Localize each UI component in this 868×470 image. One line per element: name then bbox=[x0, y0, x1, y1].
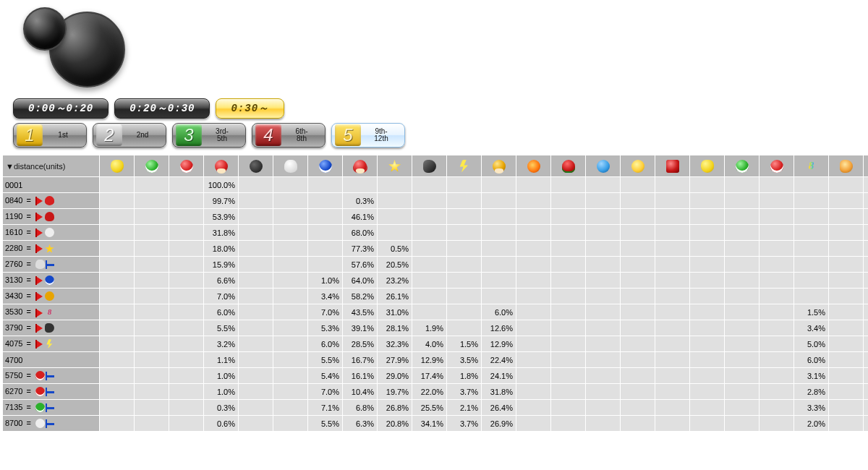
mini-gshell3-icon bbox=[35, 403, 45, 412]
cell-gshell bbox=[135, 416, 169, 432]
place-tab-number: 3 bbox=[176, 124, 202, 146]
cell-gshell3 bbox=[725, 193, 760, 209]
cell-bomb bbox=[239, 384, 273, 400]
cell-rshell bbox=[169, 257, 204, 273]
cell-bshell: 7.1% bbox=[308, 400, 343, 416]
place-tab-row: 11st22nd33rd-5th46th-8th59th-12th bbox=[13, 123, 855, 148]
cell-piranha bbox=[551, 352, 586, 368]
time-tab-0[interactable]: 0:00～0:20 bbox=[13, 98, 109, 119]
mini-rshell3-icon bbox=[35, 371, 45, 380]
row-distance: 3790 = bbox=[3, 320, 100, 336]
cell-bloop bbox=[273, 384, 308, 400]
cell-coin bbox=[621, 273, 655, 289]
cell-fire bbox=[516, 336, 551, 352]
cell-piranha bbox=[551, 304, 586, 320]
cell-horn bbox=[829, 225, 864, 241]
cell-mush: 6.0% bbox=[204, 304, 239, 320]
cell-horn bbox=[829, 257, 864, 273]
cell-eight bbox=[794, 257, 829, 273]
place-tab-1[interactable]: 11st bbox=[13, 123, 87, 148]
cell-bill: 1.9% bbox=[412, 320, 447, 336]
bullet-bill-icon bbox=[423, 160, 436, 173]
fire-flower-icon bbox=[527, 160, 540, 173]
cell-piranha bbox=[551, 225, 586, 241]
cell-banana3 bbox=[690, 368, 725, 384]
cell-rshell3 bbox=[760, 400, 794, 416]
place-tab-4[interactable]: 46th-8th bbox=[252, 123, 326, 148]
cell-rshell bbox=[169, 225, 204, 241]
cell-eight: 3.3% bbox=[794, 400, 829, 416]
col-gshell3 bbox=[725, 155, 760, 177]
cell-bolt: 1.5% bbox=[447, 336, 482, 352]
col-boom bbox=[586, 155, 621, 177]
mini-rshell-icon bbox=[35, 387, 45, 396]
cell-bomb bbox=[239, 225, 273, 241]
place-tab-5[interactable]: 59th-12th bbox=[331, 123, 405, 148]
cell-fire bbox=[516, 400, 551, 416]
col-rshell bbox=[169, 155, 204, 177]
cell-boo: 4.2% bbox=[864, 241, 869, 257]
cell-rshell bbox=[169, 177, 204, 193]
cell-coin bbox=[621, 336, 655, 352]
table-row: 8700 = 0.6%5.5%6.3%20.8%34.1%3.7%26.9%2.… bbox=[3, 416, 869, 432]
flag-icon bbox=[35, 325, 44, 332]
cell-gmush: 12.6% bbox=[482, 320, 516, 336]
cell-bshell: 7.0% bbox=[308, 304, 343, 320]
cell-bloop bbox=[273, 257, 308, 273]
row-distance: 2760 = bbox=[3, 257, 100, 273]
cell-gmush bbox=[482, 209, 516, 225]
cell-rshell3 bbox=[760, 368, 794, 384]
cell-banana bbox=[100, 193, 135, 209]
cell-block bbox=[655, 289, 690, 304]
cell-bill bbox=[412, 209, 447, 225]
cell-gshell bbox=[135, 384, 169, 400]
cell-coin bbox=[621, 209, 655, 225]
cell-banana bbox=[100, 320, 135, 336]
place-tab-number: 4 bbox=[255, 124, 281, 146]
time-tab-2[interactable]: 0:30～ bbox=[216, 98, 284, 119]
row-distance: 5750 = bbox=[3, 368, 100, 384]
cell-block bbox=[655, 352, 690, 368]
cell-gmush bbox=[482, 225, 516, 241]
cell-star: 31.0% bbox=[378, 304, 412, 320]
cell-mush: 100.0% bbox=[204, 177, 239, 193]
col-block bbox=[655, 155, 690, 177]
place-tab-number: 5 bbox=[335, 124, 361, 146]
cell-bomb bbox=[239, 320, 273, 336]
time-tab-1[interactable]: 0:20～0:30 bbox=[114, 98, 210, 119]
cell-gmush: 6.0% bbox=[482, 304, 516, 320]
cell-fire bbox=[516, 193, 551, 209]
cell-rshell bbox=[169, 336, 204, 352]
triple-banana-icon bbox=[701, 160, 714, 173]
cell-rshell3 bbox=[760, 384, 794, 400]
cell-rshell bbox=[169, 273, 204, 289]
block-icon bbox=[666, 160, 679, 173]
cell-bomb bbox=[239, 400, 273, 416]
cell-gmush: 12.9% bbox=[482, 336, 516, 352]
star-icon bbox=[388, 160, 401, 173]
cell-bolt bbox=[447, 257, 482, 273]
col-gshell bbox=[135, 155, 169, 177]
cell-bloop bbox=[273, 320, 308, 336]
place-tab-3[interactable]: 33rd-5th bbox=[172, 123, 246, 148]
super-horn-icon bbox=[840, 160, 853, 173]
cell-bill bbox=[412, 257, 447, 273]
cell-boo: 1.5% bbox=[864, 384, 869, 400]
lightning-icon bbox=[458, 160, 471, 173]
cell-bill bbox=[412, 177, 447, 193]
cell-bomb bbox=[239, 177, 273, 193]
site-logo bbox=[13, 4, 129, 91]
cell-mush3: 6.3% bbox=[343, 416, 378, 432]
col-boo bbox=[864, 155, 869, 177]
cell-banana3 bbox=[690, 177, 725, 193]
cell-coin bbox=[621, 368, 655, 384]
distance-header[interactable]: ▼distance(units) bbox=[3, 155, 100, 177]
place-tab-2[interactable]: 22nd bbox=[93, 123, 166, 148]
cell-banana bbox=[100, 241, 135, 257]
cell-banana3 bbox=[690, 400, 725, 416]
cell-bshell: 5.5% bbox=[308, 416, 343, 432]
cell-coin bbox=[621, 416, 655, 432]
cell-gshell bbox=[135, 304, 169, 320]
cell-coin bbox=[621, 225, 655, 241]
cell-piranha bbox=[551, 177, 586, 193]
